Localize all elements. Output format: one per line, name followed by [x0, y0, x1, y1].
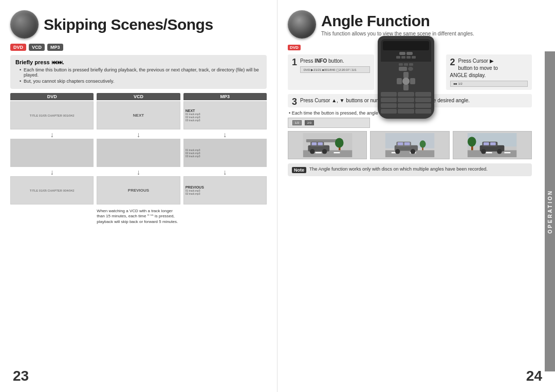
mp3-screen-3: PREVIOUS 01 track.mp302 track.mp3 — [183, 176, 267, 204]
svg-point-22 — [395, 149, 400, 154]
dpad-down — [403, 84, 409, 90]
svg-point-9 — [310, 149, 315, 154]
dpad-left — [397, 78, 402, 84]
angle-img-1 — [288, 131, 367, 159]
num-6 — [415, 98, 431, 102]
speaker-icon — [10, 10, 39, 39]
mp3-arrow-2: ↓ — [183, 169, 267, 176]
svg-rect-21 — [404, 142, 410, 145]
remote-control — [378, 36, 434, 119]
angle-images — [288, 131, 532, 159]
step-1-box: 1 Press INFO button. DVD ▶21/21 ■001/840… — [288, 54, 374, 90]
vcd-screen-3: PREVIOUS — [97, 176, 180, 204]
vcd-note: When watching a VCD with a track longer … — [97, 209, 180, 225]
vcd-screen-1: NEXT — [97, 101, 180, 129]
remote-info-btn — [408, 67, 413, 71]
remote-btn-1 — [399, 52, 405, 55]
right-title: Angle Function This function allows you … — [321, 12, 474, 36]
vcd-screen-2 — [97, 139, 180, 167]
remote-btn-row-2 — [383, 56, 429, 59]
remote-btn-sm-4 — [412, 56, 416, 59]
dvd-arrow-1: ↓ — [10, 131, 94, 138]
remote-numpad — [381, 92, 431, 114]
car-svg-3 — [457, 133, 527, 158]
step-2-text: Press Cursor ▶button to move toANGLE dis… — [450, 58, 498, 78]
remote-action-3 — [409, 63, 413, 66]
angle-title: Angle Function — [321, 12, 474, 30]
num-5 — [398, 98, 414, 102]
car-scene-2 — [371, 132, 449, 159]
info-item-1: Each time this button is pressed briefly… — [20, 67, 262, 78]
info-item-2: But, you cannot skip chapters consecutiv… — [20, 79, 262, 84]
angle-display: 1/2 2/3 — [288, 118, 370, 128]
operation-label: OPERATION — [547, 190, 553, 234]
num-3 — [415, 92, 431, 97]
left-section-header: Skipping Scenes/Songs — [10, 10, 267, 39]
num-hash — [415, 109, 431, 114]
dpad-center — [402, 78, 410, 85]
info-box-title: Briefly press ⏮⏭. — [15, 59, 262, 65]
dvd-col-header: DVD — [10, 93, 94, 100]
vcd-arrow-2: ↓ — [97, 169, 180, 176]
remote-action-2 — [404, 63, 408, 66]
vcd-screen-3-text: PREVIOUS — [127, 187, 150, 194]
remote-btn-row-3 — [381, 63, 431, 66]
num-7 — [381, 103, 397, 108]
note-text: The Angle function works only with discs… — [309, 166, 488, 173]
remote-top — [381, 39, 431, 62]
mp3-screen-3-label: PREVIOUS — [186, 185, 204, 189]
step-1-text: Press INFO button. — [300, 58, 344, 64]
mp3-screen-1-files: 01 track.mp302 track.mp303 track.mp3 — [186, 113, 200, 122]
step-2-box: 2 Press Cursor ▶button to move toANGLE d… — [446, 54, 532, 90]
mp3-screen-3-files: 01 track.mp302 track.mp3 — [186, 189, 200, 195]
right-page: Angle Function This function allows you … — [278, 0, 555, 392]
remote-btn-sm-1 — [396, 56, 400, 59]
angle-seg-2: 2/3 — [305, 120, 314, 125]
svg-rect-33 — [484, 142, 489, 145]
badge-vcd: VCD — [29, 44, 45, 51]
remote-btn-row-1 — [383, 52, 429, 55]
badge-mp3: MP3 — [47, 44, 63, 51]
badge-dvd: DVD — [10, 44, 26, 51]
dvd-badge: DVD — [288, 45, 301, 50]
mp3-screen-2-files: 01 track.mp302 track.mp303 track.mp3 — [186, 148, 200, 158]
svg-point-25 — [420, 140, 426, 147]
angle-img-2 — [370, 131, 449, 159]
car-scene-1 — [288, 132, 366, 159]
mp3-arrow-1: ↓ — [183, 131, 267, 138]
num-2 — [398, 92, 414, 97]
svg-rect-15 — [385, 150, 434, 157]
mp3-col: MP3 NEXT 01 track.mp302 track.mp303 trac… — [183, 93, 267, 225]
mp3-col-header: MP3 — [183, 93, 267, 100]
dvd-screen-2 — [10, 139, 94, 167]
car-svg-2 — [375, 133, 445, 158]
remote-action-1 — [399, 63, 403, 66]
vcd-col: VCD NEXT ↓ ↓ PREVIOUS When watching a VC… — [97, 93, 180, 225]
remote-vol-btn — [399, 67, 407, 71]
dvd-screen-1-text: TITLE 01/05 CHAPTER 001/042 — [29, 113, 76, 118]
dpad-right — [410, 78, 415, 84]
car-svg-1 — [292, 133, 363, 158]
svg-point-38 — [468, 137, 476, 146]
step-3-number: 3 — [292, 97, 297, 106]
step-2-number: 2 — [450, 58, 455, 67]
remote-screen — [383, 41, 429, 50]
note-box: Note The Angle function works only with … — [288, 163, 532, 176]
num-1 — [381, 92, 397, 97]
panels-grid: DVD TITLE 01/05 CHAPTER 001/042 ↓ ↓ TITL… — [10, 93, 267, 225]
dvd-screen-3-text: TITLE 01/05 CHAPTER 004/042 — [29, 188, 76, 193]
dvd-arrow-2: ↓ — [10, 169, 94, 176]
info-box-list: Each time this button is pressed briefly… — [15, 67, 262, 84]
angle-bars-2: 2/3 — [305, 120, 314, 125]
svg-rect-4 — [334, 152, 340, 153]
mp3-screen-2: 01 track.mp302 track.mp303 track.mp3 — [183, 139, 267, 167]
num-0 — [398, 109, 414, 114]
left-page: Skipping Scenes/Songs DVD VCD MP3 Briefl… — [0, 0, 278, 392]
remote-volume-row — [381, 67, 431, 71]
display-text-1: DVD ▶21/21 ■001/840 ▢2:20:37 □1/1 — [304, 68, 357, 71]
display-text-2: ■■ 1/2 — [454, 82, 462, 85]
svg-point-12 — [335, 138, 343, 147]
svg-point-35 — [481, 149, 486, 154]
angle-bars: 1/2 — [292, 120, 302, 125]
lens-icon — [288, 10, 316, 39]
